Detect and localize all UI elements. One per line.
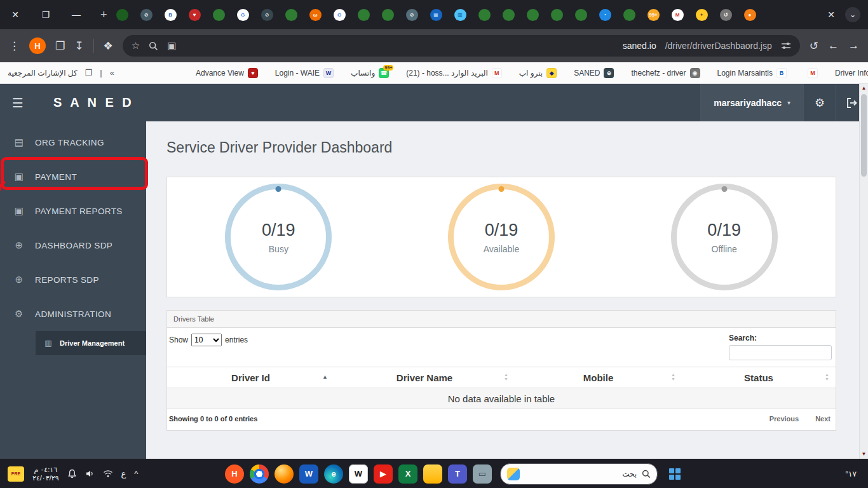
taskbar-search-box[interactable]: بحث — [500, 463, 658, 485]
screenshot-icon[interactable]: ▣ — [167, 40, 176, 51]
bookmark-item[interactable]: واتساب ☎ 99+ — [351, 68, 389, 78]
volume-icon[interactable] — [85, 469, 95, 478]
hungerstation-icon[interactable]: H — [225, 464, 244, 484]
forward-icon[interactable]: → — [848, 39, 859, 52]
profile-avatar[interactable]: H — [29, 37, 46, 54]
teams-icon[interactable]: T — [448, 464, 467, 484]
column-header-driver-name[interactable]: Driver Name ▲▼ — [334, 367, 515, 388]
bookmark-item[interactable]: بترو اب ◆ — [519, 68, 557, 78]
tray-overflow-chevron[interactable]: ^ — [134, 469, 138, 478]
sidebar-item-dashboard-sdp[interactable]: ⊕ DASHBOARD SDP — [0, 228, 146, 262]
browser-tab-favicon[interactable] — [213, 9, 225, 21]
browser-tab-favicon[interactable] — [503, 9, 515, 21]
youtube-icon[interactable]: ▶ — [374, 464, 393, 484]
active-tab-close-button[interactable]: ✕ — [827, 10, 835, 20]
browser-tab-favicon[interactable]: ⊘ — [406, 9, 418, 21]
browser-tab-favicon[interactable]: ✦ — [696, 9, 708, 21]
browser-tab-favicon[interactable]: M — [672, 9, 684, 21]
browser-tab-favicon[interactable]: ω — [309, 9, 322, 21]
back-icon[interactable]: ← — [828, 39, 839, 52]
previous-page-button[interactable]: Previous — [770, 415, 799, 423]
sidebar-toggle-icon[interactable]: ☰ — [0, 95, 36, 111]
address-bar[interactable]: ☆ ▣ saned.io /driver/driverDashbaord.jsp — [123, 35, 800, 57]
browser-tab-favicon[interactable]: ▥ — [454, 9, 466, 21]
windows-start-button[interactable] — [666, 465, 684, 483]
reload-icon[interactable]: ↺ — [810, 39, 818, 53]
excel-icon[interactable]: X — [398, 464, 417, 484]
bookmark-item[interactable]: Driver Info ▦ — [835, 68, 868, 78]
downloads-icon[interactable]: ↧ — [74, 39, 83, 53]
site-settings-sliders-icon[interactable] — [781, 41, 791, 50]
bookmark-star-icon[interactable]: ☆ — [132, 40, 140, 51]
sidebar-item-org-tracking[interactable]: ▤ ORG TRACKING — [0, 125, 146, 159]
bookmark-item[interactable]: M — [804, 68, 818, 78]
browser-tab-favicon[interactable]: 99+ — [648, 9, 660, 21]
bookmark-item[interactable]: SANED ⊕ — [574, 68, 614, 78]
chrome-icon[interactable] — [250, 464, 269, 484]
notifications-bell-icon[interactable] — [67, 469, 77, 478]
edge-icon[interactable]: e — [324, 464, 343, 484]
browser-tab-favicon[interactable]: ⊘ — [261, 9, 273, 21]
tray-app-badge[interactable]: PRE — [8, 466, 24, 482]
tab-search-button[interactable]: ⌄ — [845, 7, 860, 22]
bookmark-item[interactable]: thechefz - driver ◉ — [631, 68, 700, 78]
next-page-button[interactable]: Next — [815, 415, 831, 423]
sidebar-item-payment[interactable]: ▣ PAYMENT — [0, 159, 146, 194]
settings-gear-button[interactable]: ⚙ — [803, 84, 836, 121]
file-explorer-icon[interactable] — [423, 464, 442, 484]
browser-tab-favicon[interactable] — [116, 9, 128, 21]
column-header-mobile[interactable]: Mobile ▲▼ — [515, 367, 682, 388]
browser-tab-favicon[interactable]: G — [334, 9, 346, 21]
side-panel-icon[interactable]: ❐ — [55, 39, 65, 53]
remote-desktop-icon[interactable]: ▭ — [473, 464, 492, 484]
user-menu[interactable]: marsariyadhacc ▾ — [700, 84, 803, 121]
bookmark-item[interactable]: (21) - hoss... البريد الوارد M — [406, 68, 502, 78]
scroll-up-arrow[interactable]: ▲ — [862, 84, 867, 93]
sidebar-subitem-driver-management[interactable]: ▥ Driver Management — [36, 331, 146, 355]
page-scrollbar[interactable]: ▲ ▼ — [859, 84, 868, 459]
wifi-icon[interactable] — [103, 470, 113, 478]
browser-tab-favicon[interactable] — [623, 9, 635, 21]
browser-tab-favicon[interactable] — [575, 9, 587, 21]
weather-widget[interactable]: ١٧° — [845, 470, 868, 478]
clock[interactable]: ٠٤:١٦ م ٢٤/٠٣/٢٩ — [32, 466, 59, 482]
page-size-select[interactable]: 10 — [191, 334, 222, 346]
browser-tab-favicon[interactable] — [285, 9, 297, 21]
new-tab-button[interactable]: + — [100, 8, 107, 22]
column-header-status[interactable]: Status ▲▼ — [682, 367, 836, 388]
browser-tab-favicon[interactable] — [527, 9, 539, 21]
bookmarks-overflow-chevrons[interactable]: « — [110, 68, 114, 78]
search-icon[interactable] — [149, 41, 158, 51]
browser-tab-favicon[interactable]: ♥ — [189, 9, 201, 21]
brand-logo[interactable]: S A N E D — [53, 95, 134, 110]
window-restore-button[interactable]: ❐ — [31, 10, 61, 20]
language-indicator[interactable]: ع — [121, 469, 126, 478]
browser-tab-favicon[interactable]: G — [237, 9, 249, 21]
word-icon[interactable]: W — [299, 464, 318, 484]
browser-menu-icon[interactable]: ⋮ — [9, 39, 20, 53]
browser-tab-favicon[interactable]: ↺ — [720, 9, 732, 21]
browser-tab-favicon[interactable]: ◔ — [599, 9, 611, 21]
sidebar-item-administration[interactable]: ⚙ ADMINISTRATION — [0, 297, 146, 331]
bookmark-item[interactable]: Login Marsaintls B — [717, 68, 787, 78]
scroll-down-arrow[interactable]: ▼ — [862, 450, 867, 459]
browser-tab-favicon[interactable] — [358, 9, 370, 21]
browser-tab-favicon[interactable] — [551, 9, 563, 21]
scrollbar-thumb[interactable] — [861, 94, 867, 177]
column-header-driver-id[interactable]: Driver Id ▲ — [167, 367, 334, 388]
table-search-input[interactable] — [729, 345, 832, 360]
bookmark-item[interactable]: Login - WAIE W — [275, 68, 334, 78]
firefox-icon[interactable] — [275, 464, 294, 484]
browser-tab-favicon[interactable] — [478, 9, 491, 21]
browser-tab-favicon[interactable]: ● — [744, 9, 756, 21]
browser-tab-favicon[interactable]: ▦ — [430, 9, 442, 21]
sidebar-item-reports-sdp[interactable]: ⊕ REPORTS SDP — [0, 262, 146, 297]
sidebar-item-payment-reports[interactable]: ▣ PAYMENT REPORTS — [0, 194, 146, 228]
extensions-icon[interactable]: ❖ — [104, 39, 113, 53]
browser-tab-favicon[interactable] — [382, 9, 394, 21]
bookmarks-panel-icon[interactable]: ❐ — [85, 68, 93, 78]
window-minimize-button[interactable]: — — [61, 10, 92, 20]
bookmark-item[interactable]: Advance View ♥ — [196, 68, 258, 78]
document-icon[interactable]: W — [349, 464, 368, 484]
all-bookmarks-label[interactable]: كل الإشارات المرجعية — [8, 69, 78, 78]
